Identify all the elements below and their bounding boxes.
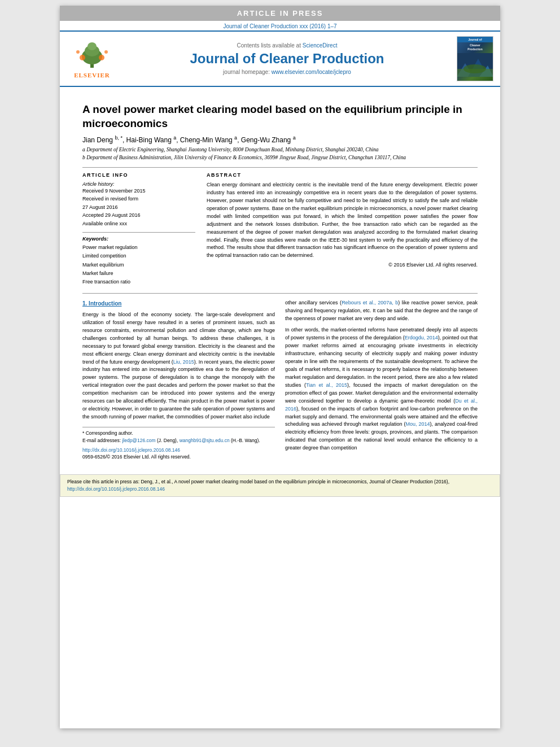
ref-erdogdu[interactable]: Erdogdu, 2014: [405, 335, 438, 340]
article-info-panel: ARTICLE INFO Article history: Received 9…: [82, 172, 195, 286]
svg-point-6: [76, 50, 80, 54]
keyword-4: Market failure: [82, 269, 195, 278]
affiliation-b: b Department of Business Administration,…: [82, 154, 478, 161]
aip-banner-text: ARTICLE IN PRESS: [237, 9, 323, 18]
footnote-area: * Corresponding author. E-mail addresses…: [82, 427, 275, 461]
svg-point-13: [463, 64, 486, 73]
keywords-label: Keywords:: [82, 236, 195, 242]
abstract-panel: ABSTRACT Clean energy dominant and elect…: [207, 172, 478, 286]
issn-line: 0959-6526/© 2016 Elsevier Ltd. All right…: [82, 453, 275, 461]
body-columns: 1. Introduction Energy is the blood of t…: [82, 299, 478, 461]
received-date: Received 9 November 2015: [82, 187, 195, 195]
accepted-date: Accepted 29 August 2016: [82, 211, 195, 219]
left-column: 1. Introduction Energy is the blood of t…: [82, 299, 275, 461]
journal-name-heading: Journal of Cleaner Production: [123, 51, 451, 67]
page: ARTICLE IN PRESS Journal of Cleaner Prod…: [60, 6, 500, 728]
cover-scene-icon: [457, 53, 493, 77]
journal-ref-line: Journal of Cleaner Production xxx (2016)…: [60, 21, 500, 30]
abstract-text: Clean energy dominant and electricity ce…: [207, 181, 478, 260]
citation-text: Please cite this article in press as: De…: [67, 479, 449, 492]
citation-doi-link[interactable]: http://dx.doi.org/10.1016/j.jclepro.2016…: [67, 486, 165, 492]
journal-cover-image: Journal of CleanerProduction: [457, 36, 493, 81]
doi-line: http://dx.doi.org/10.1016/j.jclepro.2016…: [82, 447, 275, 454]
svg-point-7: [104, 50, 108, 54]
ref-mou[interactable]: Mou, 2014: [406, 421, 430, 427]
abstract-copyright: © 2016 Elsevier Ltd. All rights reserved…: [207, 262, 478, 268]
homepage-link[interactable]: www.elsevier.com/locate/jclepro: [272, 69, 351, 75]
right-para-2: In other words, the market-oriented refo…: [285, 326, 478, 452]
journal-header: ELSEVIER Contents lists available at Sci…: [60, 30, 500, 87]
ref-liu-2015[interactable]: Liu, 2015: [173, 359, 194, 365]
cover-thumbnail: Journal of CleanerProduction: [457, 36, 493, 81]
keyword-1: Power market regulation: [82, 243, 195, 252]
aip-banner: ARTICLE IN PRESS: [60, 6, 500, 21]
right-column: other ancillary services (Rebours et al.…: [285, 299, 478, 461]
affiliations: a Department of Electric Engineering, Sh…: [82, 146, 478, 161]
sciencedirect-label: Contents lists available at ScienceDirec…: [123, 42, 451, 49]
email-link-2[interactable]: wanghb91@sjtu.edu.cn: [180, 438, 230, 443]
elsevier-logo: ELSEVIER: [67, 40, 117, 78]
journal-ref-text: Journal of Cleaner Production xxx (2016)…: [223, 23, 336, 29]
elsevier-brand-text: ELSEVIER: [74, 72, 110, 78]
svg-point-4: [80, 55, 85, 60]
keywords-list: Power market regulation Limited competit…: [82, 243, 195, 286]
intro-heading: 1. Introduction: [82, 299, 275, 308]
article-content: A novel power market clearing model base…: [60, 87, 500, 468]
article-info-heading: ARTICLE INFO: [82, 172, 195, 178]
journal-homepage: journal homepage: www.elsevier.com/locat…: [123, 69, 451, 75]
abstract-heading: ABSTRACT: [207, 172, 478, 178]
email-link-1[interactable]: jledp@126.com: [122, 438, 155, 443]
article-history: Article history: Received 9 November 201…: [82, 181, 195, 228]
ref-tian[interactable]: Tian et al., 2015: [306, 382, 347, 388]
affiliation-a: a Department of Electric Engineering, Sh…: [82, 146, 478, 154]
history-label: Article history:: [82, 181, 195, 187]
elsevier-tree-icon: [72, 40, 112, 71]
doi-link[interactable]: http://dx.doi.org/10.1016/j.jclepro.2016…: [82, 447, 180, 453]
right-para-1: other ancillary services (Rebours et al.…: [285, 299, 478, 323]
available-date: Available online xxx: [82, 220, 195, 228]
keyword-2: Limited competition: [82, 252, 195, 260]
citation-bar: Please cite this article in press as: De…: [60, 474, 500, 497]
svg-point-5: [99, 55, 104, 60]
journal-title-area: Contents lists available at ScienceDirec…: [123, 42, 451, 75]
article-title: A novel power market clearing model base…: [82, 103, 478, 130]
email-note: E-mail addresses: jledp@126.com (J. Deng…: [82, 437, 275, 444]
keyword-3: Market equilibrium: [82, 261, 195, 269]
intro-paragraph-1: Energy is the blood of the economy socie…: [82, 311, 275, 421]
ref-du[interactable]: Du et al., 2016: [285, 398, 478, 412]
keywords-section: Keywords: Power market regulation Limite…: [82, 236, 195, 286]
body-divider: [82, 293, 478, 294]
info-divider: [82, 232, 195, 233]
keyword-5: Free transaction ratio: [82, 278, 195, 286]
sciencedirect-link[interactable]: ScienceDirect: [303, 42, 338, 49]
info-abstract-section: ARTICLE INFO Article history: Received 9…: [82, 167, 478, 286]
revised-date: Received in revised formReceived in revi…: [82, 195, 195, 211]
authors-line: Jian Deng b, *, Hai-Bing Wang a, Cheng-M…: [82, 135, 478, 144]
corresponding-note: * Corresponding author.: [82, 430, 275, 437]
svg-point-3: [88, 42, 97, 50]
ref-rebours[interactable]: Rebours et al., 2007a, b: [342, 300, 398, 305]
